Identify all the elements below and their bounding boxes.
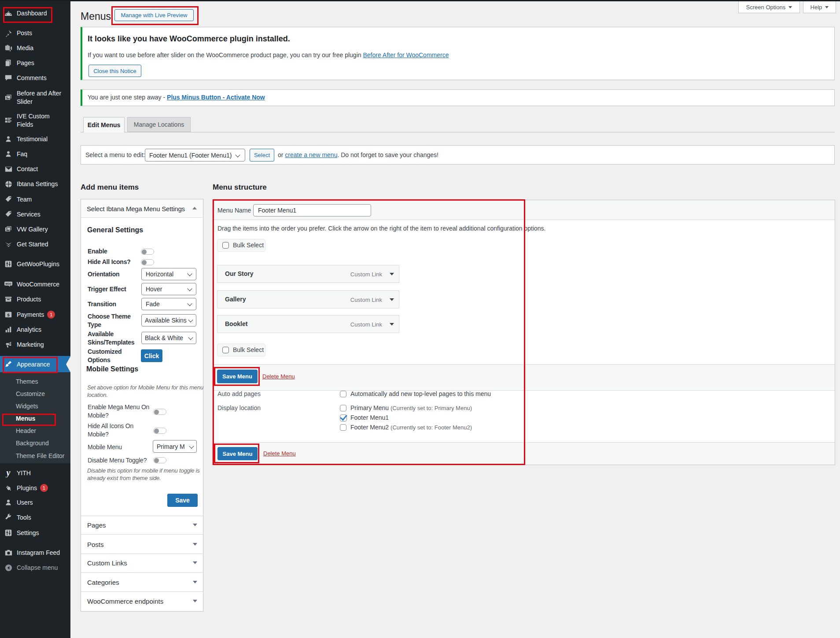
svg-text:WOO: WOO [5,282,11,285]
svg-text:$: $ [7,312,10,317]
svg-text:y: y [6,469,11,477]
